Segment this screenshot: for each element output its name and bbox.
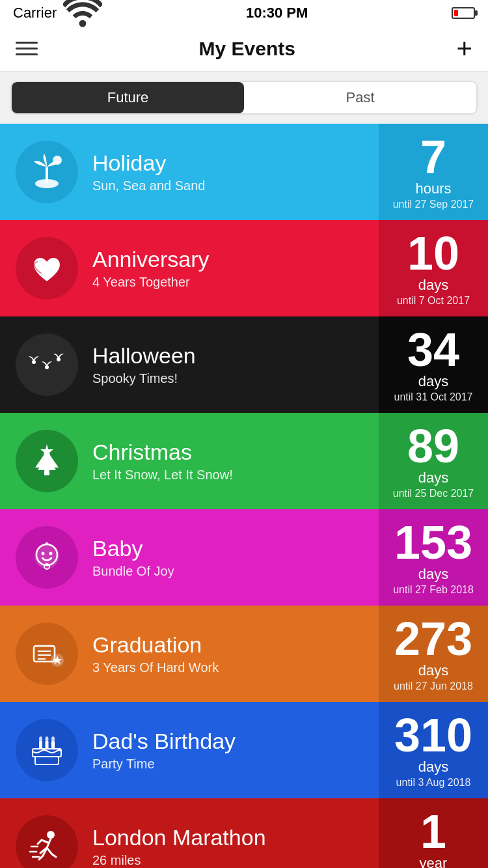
event-title-halloween: Halloween <box>92 343 196 369</box>
event-text-holiday: Holiday Sun, Sea and Sand <box>92 150 205 193</box>
event-main-anniversary: Anniversary 4 Years Together <box>0 220 379 316</box>
svg-rect-29 <box>35 757 59 764</box>
add-event-button[interactable]: + <box>456 35 472 63</box>
count-unit-holiday: hours <box>415 180 451 197</box>
count-number-baby: 153 <box>394 519 472 566</box>
event-icon-marathon <box>16 815 78 868</box>
event-row-marathon[interactable]: London Marathon 26 miles 1 year until 20… <box>0 798 488 868</box>
event-icon-baby <box>16 526 78 589</box>
event-countdown-holiday: 7 hours until 27 Sep 2017 <box>379 124 488 220</box>
svg-point-25 <box>39 736 42 742</box>
tab-future[interactable]: Future <box>12 82 244 113</box>
event-main-birthday: Dad's Birthday Party Time <box>0 702 379 798</box>
event-title-baby: Baby <box>92 536 174 561</box>
svg-point-3 <box>32 360 36 364</box>
event-row-baby[interactable]: Baby Bundle Of Joy 153 days until 27 Feb… <box>0 509 488 606</box>
count-until-anniversary: until 7 Oct 2017 <box>397 295 470 307</box>
hamburger-line-1 <box>16 42 38 44</box>
event-icon-birthday <box>16 719 78 781</box>
time-label: 10:30 PM <box>246 5 308 21</box>
count-number-halloween: 34 <box>407 326 459 373</box>
event-main-holiday: Holiday Sun, Sea and Sand <box>0 124 379 220</box>
event-subtitle-marathon: 26 miles <box>92 853 266 868</box>
count-until-baby: until 27 Feb 2018 <box>393 584 474 596</box>
event-countdown-baby: 153 days until 27 Feb 2018 <box>379 509 488 606</box>
event-text-birthday: Dad's Birthday Party Time <box>92 729 236 772</box>
svg-point-26 <box>46 736 49 742</box>
count-until-christmas: until 25 Dec 2017 <box>393 488 474 499</box>
event-row-graduation[interactable]: Graduation 3 Years Of Hard Work 273 days… <box>0 606 488 702</box>
event-countdown-graduation: 273 days until 27 Jun 2018 <box>379 606 488 702</box>
battery-icon <box>452 7 475 19</box>
event-countdown-anniversary: 10 days until 7 Oct 2017 <box>379 220 488 316</box>
count-number-anniversary: 10 <box>407 230 459 277</box>
svg-point-4 <box>45 365 49 369</box>
count-unit-baby: days <box>418 566 448 583</box>
carrier-label: Carrier <box>13 5 57 21</box>
status-right <box>452 7 475 19</box>
event-title-christmas: Christmas <box>92 440 233 465</box>
svg-rect-24 <box>51 741 55 749</box>
status-bar: Carrier 10:30 PM <box>0 0 488 26</box>
battery-fill <box>454 10 458 16</box>
svg-rect-1 <box>46 167 48 184</box>
event-main-halloween: Halloween Spooky Times! <box>0 316 379 413</box>
event-icon-anniversary <box>16 237 78 300</box>
event-main-marathon: London Marathon 26 miles <box>0 798 379 868</box>
event-countdown-christmas: 89 days until 25 Dec 2017 <box>379 413 488 509</box>
hamburger-line-2 <box>16 48 38 49</box>
svg-point-13 <box>49 552 53 555</box>
count-unit-birthday: days <box>418 759 448 776</box>
events-list: Holiday Sun, Sea and Sand 7 hours until … <box>0 124 488 868</box>
event-title-anniversary: Anniversary <box>92 247 210 272</box>
event-row-christmas[interactable]: Christmas Let It Snow, Let It Snow! 89 d… <box>0 413 488 509</box>
count-unit-graduation: days <box>418 662 448 679</box>
event-title-graduation: Graduation <box>92 632 219 658</box>
count-until-holiday: until 27 Sep 2017 <box>393 199 474 210</box>
event-icon-holiday <box>16 141 78 203</box>
event-text-baby: Baby Bundle Of Joy <box>92 536 174 579</box>
event-subtitle-halloween: Spooky Times! <box>92 371 196 386</box>
event-subtitle-graduation: 3 Years Of Hard Work <box>92 660 219 675</box>
event-icon-halloween <box>16 333 78 396</box>
event-subtitle-birthday: Party Time <box>92 757 236 772</box>
count-number-graduation: 273 <box>394 615 472 662</box>
event-title-marathon: London Marathon <box>92 825 266 850</box>
count-until-graduation: until 27 Jun 2018 <box>394 680 473 692</box>
event-countdown-halloween: 34 days until 31 Oct 2017 <box>379 316 488 413</box>
svg-point-12 <box>42 552 45 555</box>
event-subtitle-christmas: Let It Snow, Let It Snow! <box>92 468 233 483</box>
count-number-christmas: 89 <box>407 423 459 469</box>
event-countdown-birthday: 310 days until 3 Aug 2018 <box>379 702 488 798</box>
page-title: My Events <box>199 38 295 60</box>
hamburger-line-3 <box>16 53 38 55</box>
count-unit-christmas: days <box>418 469 448 486</box>
count-unit-marathon: year <box>420 855 448 868</box>
event-subtitle-baby: Bundle Of Joy <box>92 564 174 579</box>
count-until-birthday: until 3 Aug 2018 <box>396 777 471 789</box>
count-number-birthday: 310 <box>394 712 472 759</box>
tab-past[interactable]: Past <box>244 82 476 113</box>
event-icon-graduation <box>16 623 78 685</box>
svg-point-30 <box>47 831 55 839</box>
event-title-birthday: Dad's Birthday <box>92 729 236 754</box>
event-countdown-marathon: 1 year until 20 Apr 2019 <box>379 798 488 868</box>
status-left: Carrier <box>13 0 102 35</box>
event-row-halloween[interactable]: Halloween Spooky Times! 34 days until 31… <box>0 316 488 413</box>
wifi-icon <box>63 0 102 35</box>
svg-point-2 <box>53 156 62 165</box>
tab-switcher: Future Past <box>10 81 478 115</box>
svg-rect-23 <box>46 741 49 749</box>
svg-point-5 <box>57 357 61 361</box>
event-text-marathon: London Marathon 26 miles <box>92 825 266 868</box>
event-main-baby: Baby Bundle Of Joy <box>0 509 379 606</box>
event-row-anniversary[interactable]: Anniversary 4 Years Together 10 days unt… <box>0 220 488 316</box>
event-row-birthday[interactable]: Dad's Birthday Party Time 310 days until… <box>0 702 488 798</box>
event-row-holiday[interactable]: Holiday Sun, Sea and Sand 7 hours until … <box>0 124 488 220</box>
menu-button[interactable] <box>16 42 38 55</box>
event-subtitle-holiday: Sun, Sea and Sand <box>92 178 205 193</box>
count-unit-halloween: days <box>418 373 448 390</box>
count-unit-anniversary: days <box>418 277 448 294</box>
event-text-anniversary: Anniversary 4 Years Together <box>92 247 210 290</box>
event-text-graduation: Graduation 3 Years Of Hard Work <box>92 632 219 675</box>
